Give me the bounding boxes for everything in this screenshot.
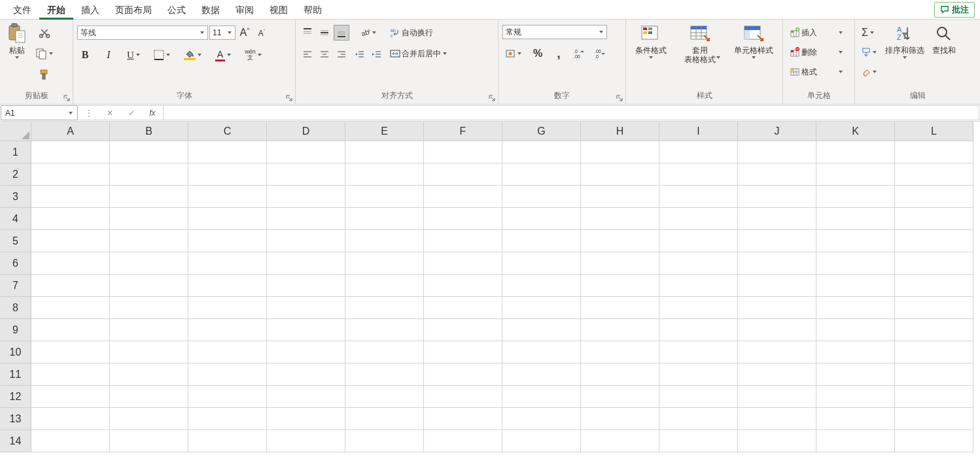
tab-formulas[interactable]: 公式 xyxy=(160,0,194,20)
cell[interactable] xyxy=(738,341,816,363)
clear-button[interactable] xyxy=(859,64,880,80)
cell[interactable] xyxy=(424,341,502,363)
cell[interactable] xyxy=(895,297,973,319)
insert-function-button[interactable]: fx xyxy=(143,106,162,120)
cell[interactable] xyxy=(31,230,110,252)
cell[interactable] xyxy=(424,386,502,408)
cell[interactable] xyxy=(345,186,424,208)
cell[interactable] xyxy=(581,341,659,363)
row-header[interactable]: 10 xyxy=(0,341,31,363)
number-launcher[interactable] xyxy=(615,93,624,103)
cell[interactable] xyxy=(502,275,581,297)
decrease-decimal-button[interactable]: .00.0 xyxy=(593,46,608,61)
cell[interactable] xyxy=(424,430,502,452)
cell[interactable] xyxy=(502,208,581,230)
underline-button[interactable]: U xyxy=(124,47,143,63)
cell[interactable] xyxy=(895,252,973,275)
cell[interactable] xyxy=(502,363,581,386)
cell[interactable] xyxy=(345,163,424,186)
cell[interactable] xyxy=(110,430,188,452)
cell[interactable] xyxy=(659,163,738,186)
cell[interactable] xyxy=(424,408,502,430)
cell[interactable] xyxy=(31,319,110,341)
cell[interactable] xyxy=(816,141,895,163)
cell[interactable] xyxy=(31,163,110,186)
cell[interactable] xyxy=(424,297,502,319)
cell[interactable] xyxy=(110,208,188,230)
cell[interactable] xyxy=(267,252,345,275)
cell[interactable] xyxy=(581,386,659,408)
accounting-format-button[interactable] xyxy=(502,46,525,61)
cell[interactable] xyxy=(738,319,816,341)
cell[interactable] xyxy=(581,430,659,452)
cell[interactable] xyxy=(738,386,816,408)
cell[interactable] xyxy=(581,163,659,186)
cell[interactable] xyxy=(502,230,581,252)
find-select-button[interactable]: 查找和 xyxy=(930,22,958,56)
cells-area[interactable] xyxy=(31,141,973,452)
cell[interactable] xyxy=(424,275,502,297)
cell[interactable] xyxy=(110,275,188,297)
cell[interactable] xyxy=(188,341,267,363)
bold-button[interactable]: B xyxy=(77,47,93,63)
cell[interactable] xyxy=(345,208,424,230)
sort-filter-button[interactable]: AZ 排序和筛选 xyxy=(883,22,927,61)
row-header[interactable]: 14 xyxy=(0,430,31,452)
border-button[interactable] xyxy=(151,47,173,63)
cell[interactable] xyxy=(659,386,738,408)
orientation-button[interactable]: ab xyxy=(357,25,379,41)
cell[interactable] xyxy=(188,141,267,163)
tab-insert[interactable]: 插入 xyxy=(73,0,107,20)
cell[interactable] xyxy=(345,386,424,408)
cell[interactable] xyxy=(816,208,895,230)
cell[interactable] xyxy=(659,186,738,208)
cell[interactable] xyxy=(816,186,895,208)
cell[interactable] xyxy=(895,341,973,363)
align-right-button[interactable] xyxy=(334,47,349,63)
cell[interactable] xyxy=(502,297,581,319)
cell[interactable] xyxy=(581,363,659,386)
cell[interactable] xyxy=(581,275,659,297)
column-header[interactable]: H xyxy=(581,122,659,141)
cell[interactable] xyxy=(110,230,188,252)
cell[interactable] xyxy=(110,141,188,163)
format-painter-button[interactable] xyxy=(37,67,52,82)
row-header[interactable]: 4 xyxy=(0,208,31,230)
cell[interactable] xyxy=(895,230,973,252)
column-header[interactable]: G xyxy=(502,122,581,141)
row-header[interactable]: 13 xyxy=(0,408,31,430)
cell[interactable] xyxy=(31,141,110,163)
cell[interactable] xyxy=(267,341,345,363)
cell[interactable] xyxy=(345,408,424,430)
cell[interactable] xyxy=(581,208,659,230)
font-color-button[interactable]: A xyxy=(213,47,234,63)
row-header[interactable]: 2 xyxy=(0,163,31,186)
cell[interactable] xyxy=(267,208,345,230)
column-header[interactable]: D xyxy=(267,122,345,141)
formula-cancel-button[interactable]: ✕ xyxy=(101,106,119,120)
increase-decimal-button[interactable]: .0.00 xyxy=(572,46,587,61)
row-header[interactable]: 1 xyxy=(0,141,31,163)
cell[interactable] xyxy=(188,408,267,430)
column-header[interactable]: E xyxy=(345,122,424,141)
cell[interactable] xyxy=(659,141,738,163)
delete-cells-button[interactable]: 删除 xyxy=(787,44,846,60)
row-header[interactable]: 5 xyxy=(0,230,31,252)
column-header[interactable]: K xyxy=(816,122,895,141)
format-as-table-button[interactable]: 套用 表格格式 xyxy=(676,22,724,61)
cell[interactable] xyxy=(188,386,267,408)
cell[interactable] xyxy=(110,386,188,408)
cell[interactable] xyxy=(895,363,973,386)
cell[interactable] xyxy=(188,208,267,230)
cell[interactable] xyxy=(502,408,581,430)
cell[interactable] xyxy=(188,230,267,252)
cell[interactable] xyxy=(816,341,895,363)
cell[interactable] xyxy=(581,186,659,208)
column-header[interactable]: B xyxy=(110,122,188,141)
name-box[interactable]: A1 xyxy=(1,105,78,120)
cell[interactable] xyxy=(110,408,188,430)
tab-file[interactable]: 文件 xyxy=(5,0,39,20)
fill-button[interactable] xyxy=(859,44,880,60)
cell[interactable] xyxy=(31,408,110,430)
cell[interactable] xyxy=(267,163,345,186)
